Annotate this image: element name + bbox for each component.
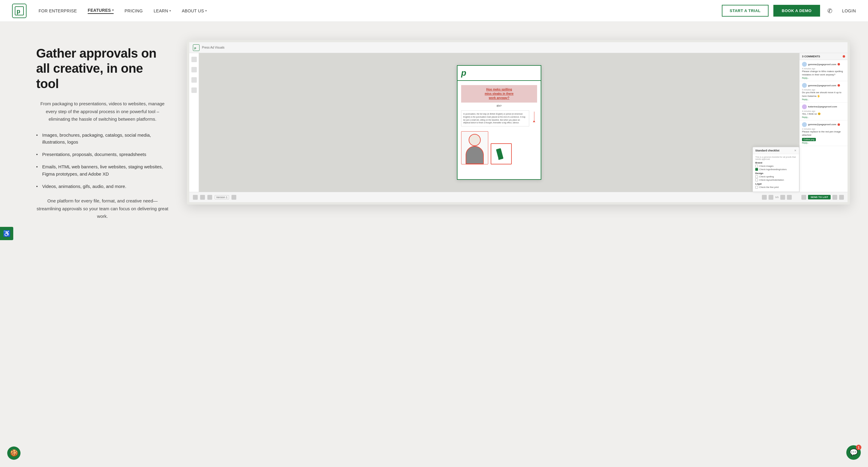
- grid-icon[interactable]: [762, 195, 767, 200]
- cookie-button[interactable]: 🍪: [7, 446, 21, 460]
- comment-reply-link[interactable]: Reply...: [802, 98, 845, 100]
- checklist-close-icon[interactable]: ✕: [794, 149, 797, 152]
- doc-heading-line3: work anyway?: [464, 96, 534, 100]
- hero-footer-text: One platform for every file, format, and…: [36, 197, 169, 220]
- checkbox[interactable]: [755, 175, 758, 178]
- book-demo-button[interactable]: BOOK A DEMO: [773, 5, 820, 17]
- mockup-document: p Hoo meks spilling miss steaks in there…: [457, 65, 541, 180]
- comment-author: katarina@pageproof.com: [802, 105, 845, 109]
- start-trial-button[interactable]: START A TRIAL: [722, 5, 769, 17]
- comment-text: Yes, I think so 😊: [802, 112, 845, 116]
- page-counter: 1/1: [775, 196, 778, 199]
- bottombar-right: 1/1 SEND TO LIST: [762, 195, 844, 200]
- checklist-section-design: Design Check spelling Check layout/inden…: [755, 172, 797, 181]
- nav-item-about-us[interactable]: ABOUT US ▾: [182, 8, 207, 13]
- mockup-container: p Press Ad Visuals p: [187, 40, 850, 205]
- nav-item-for-enterprise[interactable]: FOR ENTERPRISE: [38, 8, 77, 13]
- features-chevron-icon: ▾: [112, 8, 114, 12]
- version-label[interactable]: Version 1: [215, 195, 229, 199]
- eye-icon[interactable]: [193, 195, 198, 200]
- nav-item-pricing[interactable]: PRICING: [124, 8, 143, 13]
- hero-title: Gather approvals on all creative, in one…: [36, 46, 169, 91]
- share-icon[interactable]: [207, 195, 212, 200]
- nav-item-learn[interactable]: LEARN ▾: [154, 8, 171, 13]
- unread-indicator: [838, 84, 840, 87]
- tool-zoom-icon[interactable]: [191, 67, 197, 72]
- checkbox[interactable]: [755, 179, 758, 181]
- checklist-section-legal: Legal Check the fine print: [755, 182, 797, 188]
- doc-header-bar: p: [458, 66, 541, 81]
- mockup-topbar-title: Press Ad Visuals: [202, 46, 224, 49]
- layers-icon[interactable]: [231, 195, 236, 200]
- comment-item: gemma@pageproof.com 4 minutes ago Please…: [800, 60, 847, 81]
- right-column: p Press Ad Visuals p: [187, 40, 850, 205]
- checklist-header: Standard checklist ✕: [753, 147, 799, 154]
- doc-pencil-icon-box: [491, 143, 512, 165]
- comment-text: Please replace to the red pen image atta…: [802, 130, 845, 137]
- mockup-logo: p: [193, 45, 199, 51]
- nav-links: FOR ENTERPRISE FEATURES ▾ PRICING LEARN …: [38, 8, 722, 14]
- prev-icon[interactable]: [769, 195, 773, 200]
- comment-reply-link[interactable]: Reply...: [802, 77, 845, 79]
- unread-indicator: [838, 63, 840, 65]
- refresh-icon[interactable]: [787, 195, 792, 200]
- comment-name: gemma@pageproof.com: [808, 63, 836, 66]
- checklist-item: Check the fine print: [755, 186, 797, 188]
- checklist-section-brand-title: Brand: [755, 162, 797, 164]
- checkbox-checked[interactable]: [755, 168, 758, 171]
- mockup-topbar: p Press Ad Visuals: [189, 42, 847, 53]
- comment-author: gemma@pageproof.com: [802, 122, 845, 127]
- navbar: p FOR ENTERPRISE FEATURES ▾ PRICING LEAR…: [0, 0, 868, 22]
- mockup-toolbar: [189, 53, 199, 192]
- chat-button[interactable]: 💬 1: [846, 445, 861, 460]
- person-body: [466, 146, 484, 164]
- list-item: Images, brochures, packaging, catalogs, …: [36, 132, 169, 146]
- nav-actions: START A TRIAL BOOK A DEMO ✆ LOGIN: [722, 5, 856, 17]
- nav-logo[interactable]: p: [12, 4, 27, 18]
- mockup-bottombar: Version 1 1/1 SEND TO LIST: [189, 192, 847, 202]
- comment-name: gemma@pageproof.com: [808, 84, 836, 87]
- approve-icon[interactable]: [832, 195, 837, 200]
- doc-heading-line2: miss steaks in there: [464, 92, 534, 96]
- send-to-list-button[interactable]: SEND TO LIST: [808, 195, 831, 199]
- checklist-section-design-title: Design: [755, 172, 797, 175]
- tool-text-icon[interactable]: [191, 87, 197, 93]
- comment-reply-link[interactable]: Reply...: [802, 116, 845, 118]
- comment-item: katarina@pageproof.com 4 minutes ago Yes…: [800, 103, 847, 120]
- comment-item: gemma@pageproof.com 2 minutes ago Please…: [800, 120, 847, 146]
- comment-reply-link[interactable]: Reply...: [802, 142, 845, 144]
- hero-subtitle: From packaging to presentations, videos …: [36, 100, 169, 123]
- comment-text: Do you think we should move it up to her…: [802, 91, 845, 97]
- doc-heading-block: Hoo meks spilling miss steaks in there w…: [461, 85, 537, 103]
- doc-logo: p: [461, 68, 466, 78]
- checklist-body: This is a general checklist for all proo…: [753, 154, 799, 192]
- bullet-list: Images, brochures, packaging, catalogs, …: [36, 132, 169, 190]
- comment-name: gemma@pageproof.com: [808, 123, 836, 126]
- compare-icon[interactable]: [200, 195, 205, 200]
- comment-panel: 3 COMMENTS gemma@pageproof.com 4 minutes…: [799, 53, 847, 192]
- doc-heading-line1: Hoo meks spilling: [464, 87, 534, 92]
- doc-heading-line4: Eh?: [461, 105, 537, 108]
- accessibility-icon: ♿: [3, 230, 10, 237]
- comment-panel-dot: [843, 55, 845, 58]
- expand-icon[interactable]: [839, 195, 844, 200]
- accessibility-button[interactable]: ♿: [0, 227, 13, 240]
- settings-icon[interactable]: [801, 195, 806, 200]
- checkbox[interactable]: [755, 186, 758, 188]
- tool-pencil-icon[interactable]: [191, 57, 197, 62]
- svg-text:p: p: [194, 46, 196, 50]
- login-link[interactable]: LOGIN: [842, 8, 856, 13]
- nav-item-features[interactable]: FEATURES ▾: [88, 8, 114, 14]
- comment-action-badge[interactable]: Outline png: [802, 138, 816, 141]
- next-icon[interactable]: [780, 195, 785, 200]
- tool-star-icon[interactable]: [191, 77, 197, 83]
- mockup-canvas-area: p Hoo meks spilling miss steaks in there…: [199, 53, 799, 192]
- doc-content: Hoo meks spilling miss steaks in there w…: [458, 82, 541, 168]
- comment-time: 2 minutes ago: [802, 128, 845, 130]
- avatar: [802, 122, 807, 127]
- checklist-item: Check logo/branding/colors: [755, 168, 797, 171]
- doc-person-sketch: [461, 131, 488, 165]
- phone-icon[interactable]: ✆: [825, 7, 835, 14]
- checkbox[interactable]: [755, 165, 758, 168]
- checklist-item: Check layout/indentation: [755, 179, 797, 181]
